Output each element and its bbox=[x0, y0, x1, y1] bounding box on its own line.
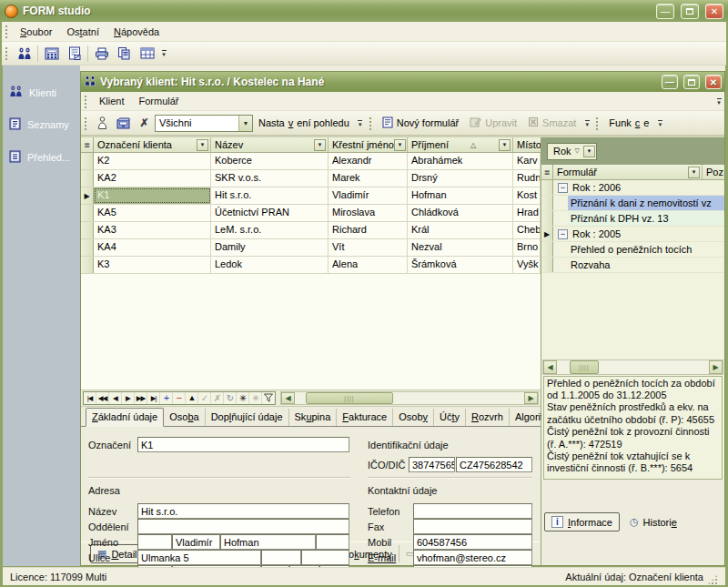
table-cell[interactable]: Drsný bbox=[408, 170, 513, 187]
row-selector[interactable] bbox=[81, 170, 94, 187]
nav-goto-bookmark-icon[interactable]: ✳ bbox=[249, 392, 262, 404]
ulice-field[interactable]: Ulmanka 5 bbox=[137, 550, 261, 565]
column-header-prijmeni[interactable]: Příjmení △ ▼ bbox=[408, 137, 513, 152]
grid-corner-icon[interactable]: ≣ bbox=[541, 165, 553, 179]
row-selector-current[interactable]: ▶ bbox=[541, 227, 553, 241]
row-selector[interactable] bbox=[541, 211, 553, 226]
row-selector[interactable] bbox=[541, 258, 553, 272]
table-row[interactable]: K3 Ledok Alena Šrámková Vyšk bbox=[81, 257, 541, 274]
table-cell[interactable]: Koberce bbox=[211, 153, 329, 169]
table-cell[interactable]: Šrámková bbox=[408, 257, 513, 273]
table-cell[interactable]: KA5 bbox=[94, 205, 211, 221]
table-cell[interactable]: K2 bbox=[94, 153, 211, 169]
oddeleni-field[interactable] bbox=[137, 519, 349, 534]
tab-historie-panel[interactable]: ◷ Historie bbox=[623, 513, 683, 531]
table-cell[interactable]: KA2 bbox=[94, 170, 211, 187]
collapse-icon[interactable]: − bbox=[558, 183, 568, 193]
toolbar-overflow-icon[interactable]: ▾ bbox=[581, 114, 592, 132]
tree-item[interactable]: Rozvaha bbox=[568, 258, 724, 272]
tab-informace[interactable]: i Informace bbox=[544, 512, 620, 531]
chevron-down-icon[interactable]: ▼ bbox=[583, 146, 595, 157]
nav-prev-icon[interactable]: ◀ bbox=[109, 392, 122, 404]
scroll-right-icon[interactable]: ▶ bbox=[524, 392, 538, 404]
table-cell[interactable]: Kost bbox=[513, 187, 541, 204]
chevron-down-icon[interactable]: ▼ bbox=[394, 139, 406, 151]
row-selector[interactable] bbox=[81, 153, 94, 169]
scrollbar-thumb[interactable]: |||| bbox=[570, 360, 599, 374]
minimize-button[interactable]: — bbox=[656, 4, 674, 19]
child-minimize-button[interactable]: — bbox=[662, 75, 678, 89]
prijmeni-field[interactable]: Hofman bbox=[220, 534, 316, 550]
grid-horizontal-scrollbar[interactable]: ◀ |||| ▶ bbox=[280, 391, 539, 405]
group-by-rok-button[interactable]: Rok ▽ ▼ bbox=[547, 143, 597, 160]
table-cell[interactable]: Richard bbox=[329, 222, 408, 238]
nav-post-icon[interactable]: ✓ bbox=[198, 392, 211, 404]
table-cell[interactable]: Hit s.r.o. bbox=[211, 187, 329, 204]
copy-icon[interactable] bbox=[113, 44, 136, 64]
row-selector[interactable] bbox=[541, 180, 553, 195]
modules-icon[interactable] bbox=[136, 44, 158, 64]
filter-icon[interactable] bbox=[262, 392, 275, 404]
nazev-field[interactable]: Hit s.r.o. bbox=[137, 503, 349, 519]
table-cell[interactable]: Rudn bbox=[513, 170, 541, 187]
column-header-krestni-jmeno[interactable]: Křestní jméno ▼ bbox=[329, 137, 408, 152]
table-cell[interactable]: Damily bbox=[211, 239, 329, 256]
table-row-selected[interactable]: ▶ K1 Hit s.r.o. Vladimír Hofman Kost bbox=[81, 187, 541, 205]
tab-rozvrh[interactable]: Rozvrh bbox=[465, 409, 509, 426]
column-header-misto[interactable]: Místo bbox=[513, 137, 541, 152]
nav-cancel-icon[interactable]: ✗ bbox=[211, 392, 224, 404]
sidebar-item-seznamy[interactable]: Seznamy bbox=[3, 117, 80, 132]
dic-field[interactable]: CZ475628542 bbox=[456, 457, 532, 472]
nav-edit-icon[interactable]: ▲ bbox=[186, 392, 198, 404]
table-cell[interactable]: Vít bbox=[329, 239, 408, 256]
fax-field[interactable] bbox=[413, 519, 532, 534]
table-cell[interactable]: Nezval bbox=[408, 239, 513, 256]
cislo2-field[interactable] bbox=[301, 550, 349, 565]
row-selector[interactable] bbox=[541, 196, 553, 210]
tree-group-row[interactable]: − Rok : 2006 bbox=[541, 180, 724, 196]
table-cell[interactable]: K3 bbox=[94, 257, 211, 273]
tree-group-row[interactable]: ▶ − Rok : 2005 bbox=[541, 227, 724, 242]
menu-grip[interactable] bbox=[84, 95, 88, 108]
tree-item-row[interactable]: Přiznání k DPH vz. 13 bbox=[541, 211, 724, 227]
row-selector[interactable] bbox=[81, 222, 94, 238]
menu-ostatni[interactable]: Ostatní bbox=[59, 24, 106, 40]
tree-item-row[interactable]: Přiznání k dani z nemovitostí vz bbox=[541, 196, 724, 211]
telefon-field[interactable] bbox=[413, 503, 532, 519]
nav-prev-page-icon[interactable]: ◀◀ bbox=[96, 392, 109, 404]
forms-icon[interactable] bbox=[63, 44, 86, 64]
jmeno-field[interactable]: Vladimír bbox=[172, 534, 220, 550]
tab-zakladni-udaje[interactable]: Základní údaje bbox=[86, 408, 164, 427]
menu-formular[interactable]: Formulář bbox=[132, 93, 187, 109]
table-row[interactable]: KA3 LeM. s.r.o. Richard Král Cheb bbox=[81, 222, 541, 239]
tree-item[interactable]: Přehled o peněžních tocích bbox=[568, 242, 724, 257]
column-header-formular[interactable]: Formulář ▼ bbox=[553, 165, 703, 179]
group-cell[interactable]: − Rok : 2006 bbox=[553, 180, 724, 195]
tab-osoba[interactable]: Osoba bbox=[164, 409, 204, 426]
nav-bookmark-icon[interactable]: ✳ bbox=[237, 392, 249, 404]
menu-klient[interactable]: Klient bbox=[92, 93, 132, 109]
tree-item-row[interactable]: Rozvaha bbox=[541, 258, 724, 273]
table-cell[interactable]: Vyšk bbox=[513, 257, 541, 273]
table-cell[interactable]: SKR v.o.s. bbox=[211, 170, 329, 187]
tree-item[interactable]: Přiznání k DPH vz. 13 bbox=[568, 211, 724, 226]
resize-grip-icon[interactable] bbox=[707, 574, 718, 585]
tab-fakturace[interactable]: Fakturace bbox=[336, 409, 392, 426]
cislo-field[interactable] bbox=[261, 550, 301, 565]
sidebar-item-prehled[interactable]: Přehled... bbox=[3, 150, 80, 165]
scroll-left-icon[interactable]: ◀ bbox=[281, 392, 295, 404]
person-icon[interactable] bbox=[92, 114, 113, 133]
chevron-down-icon[interactable]: ▼ bbox=[688, 167, 700, 178]
chevron-down-icon[interactable]: ▼ bbox=[197, 139, 208, 151]
table-cell[interactable]: Alexandr bbox=[329, 153, 408, 169]
tree-item-row[interactable]: Přehled o peněžních tocích bbox=[541, 242, 724, 258]
toolbar-overflow-icon[interactable]: ▾ bbox=[654, 114, 665, 132]
titul-field[interactable] bbox=[137, 534, 172, 550]
child-maximize-button[interactable] bbox=[683, 75, 700, 89]
scroll-right-icon[interactable]: ▶ bbox=[709, 360, 723, 374]
nav-delete-icon[interactable]: − bbox=[173, 392, 186, 404]
nav-refresh-icon[interactable]: ↻ bbox=[224, 392, 237, 404]
table-cell[interactable]: Abrahámek bbox=[408, 153, 513, 169]
chevron-down-icon[interactable]: ▼ bbox=[499, 139, 511, 151]
table-cell[interactable]: Miroslava bbox=[329, 205, 408, 221]
